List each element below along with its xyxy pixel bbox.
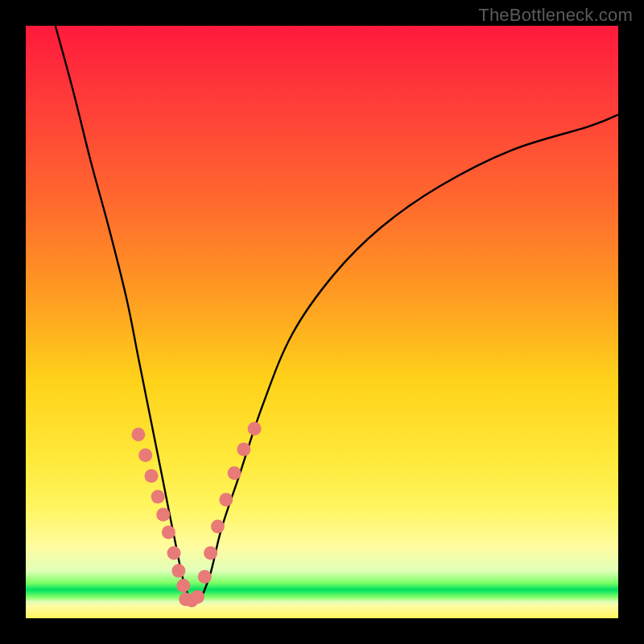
curve-bead (138, 448, 152, 462)
curve-bead (156, 508, 170, 522)
curve-bead (228, 466, 242, 480)
curve-bead (131, 427, 145, 441)
curve-bead (211, 519, 225, 533)
curve-bead (145, 469, 159, 483)
bottleneck-curve-svg (26, 26, 618, 618)
curve-bead (198, 570, 212, 584)
chart-frame: TheBottleneck.com (0, 0, 644, 644)
bottleneck-curve-path (56, 26, 618, 601)
watermark-text: TheBottleneck.com (478, 5, 633, 26)
curve-bead (237, 443, 250, 456)
plot-area (26, 26, 618, 618)
curve-bead (167, 547, 181, 560)
curve-bead (248, 422, 262, 436)
curve-bead (191, 590, 204, 604)
curve-bead (162, 526, 175, 539)
curve-bead (176, 579, 190, 592)
curve-beads-group (131, 422, 261, 607)
curve-bead (151, 490, 165, 504)
curve-bead (219, 493, 233, 506)
curve-bead (171, 564, 185, 578)
curve-bead (204, 547, 217, 560)
